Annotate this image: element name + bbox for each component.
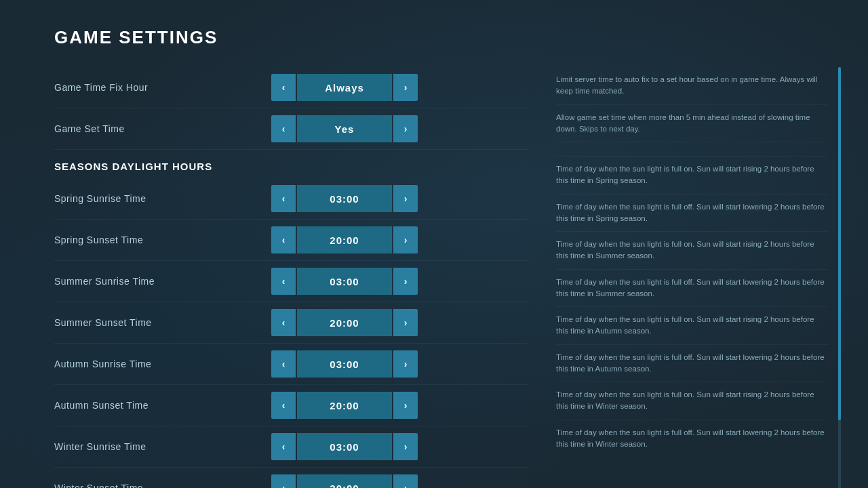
- descriptions-panel: Limit server time to auto fix to a set h…: [529, 67, 827, 488]
- desc-autumn-sunset: Time of day when the sun light is full o…: [556, 345, 827, 383]
- desc-spacer-header: [556, 142, 827, 157]
- control-group-game-set-time: ‹ Yes ›: [271, 115, 418, 142]
- setting-row-spring-sunrise: Spring Sunrise Time ‹ 03:00 ›: [54, 178, 529, 220]
- setting-label-winter-sunset: Winter Sunset Time: [54, 483, 271, 488]
- scrollbar-thumb[interactable]: [838, 67, 841, 420]
- seasons-section-header: SEASONS DAYLIGHT HOURS: [54, 150, 529, 178]
- winter-sunrise-left-btn[interactable]: ‹: [271, 433, 296, 460]
- winter-sunrise-value: 03:00: [297, 433, 392, 460]
- desc-game-time-fix: Limit server time to auto fix to a set h…: [556, 67, 827, 105]
- spring-sunset-right-btn[interactable]: ›: [393, 226, 418, 253]
- setting-row-autumn-sunrise: Autumn Sunrise Time ‹ 03:00 ›: [54, 344, 529, 385]
- game-time-fix-right-btn[interactable]: ›: [393, 74, 418, 101]
- control-group-game-time-fix: ‹ Always ›: [271, 74, 418, 101]
- spring-sunset-left-btn[interactable]: ‹: [271, 226, 296, 253]
- autumn-sunset-value: 20:00: [297, 392, 392, 419]
- spring-sunrise-right-btn[interactable]: ›: [393, 185, 418, 212]
- page-title: GAME SETTINGS: [54, 27, 827, 48]
- game-set-time-value: Yes: [297, 115, 392, 142]
- summer-sunset-right-btn[interactable]: ›: [393, 309, 418, 336]
- desc-winter-sunrise: Time of day when the sun light is full o…: [556, 382, 827, 420]
- control-group-summer-sunrise: ‹ 03:00 ›: [271, 268, 418, 295]
- autumn-sunrise-value: 03:00: [297, 350, 392, 378]
- seasons-header-text: SEASONS DAYLIGHT HOURS: [54, 161, 212, 172]
- summer-sunset-value: 20:00: [297, 309, 392, 336]
- autumn-sunset-right-btn[interactable]: ›: [393, 392, 418, 419]
- control-group-spring-sunset: ‹ 20:00 ›: [271, 226, 418, 253]
- scrollbar-track[interactable]: [838, 67, 841, 488]
- settings-container: Game Time Fix Hour ‹ Always › Game Set T…: [54, 67, 827, 488]
- winter-sunset-left-btn[interactable]: ‹: [271, 474, 296, 488]
- spring-sunset-value: 20:00: [297, 226, 392, 253]
- desc-autumn-sunrise: Time of day when the sun light is full o…: [556, 307, 827, 345]
- summer-sunrise-left-btn[interactable]: ‹: [271, 268, 296, 295]
- desc-summer-sunrise: Time of day when the sun light is full o…: [556, 232, 827, 270]
- winter-sunset-value: 20:00: [297, 474, 392, 488]
- game-settings-page: GAME SETTINGS Game Time Fix Hour ‹ Alway…: [0, 0, 868, 488]
- setting-label-spring-sunrise: Spring Sunrise Time: [54, 193, 271, 204]
- setting-row-summer-sunset: Summer Sunset Time ‹ 20:00 ›: [54, 302, 529, 344]
- desc-summer-sunset: Time of day when the sun light is full o…: [556, 270, 827, 308]
- summer-sunset-left-btn[interactable]: ‹: [271, 309, 296, 336]
- control-group-autumn-sunrise: ‹ 03:00 ›: [271, 350, 418, 378]
- control-group-summer-sunset: ‹ 20:00 ›: [271, 309, 418, 336]
- setting-label-summer-sunset: Summer Sunset Time: [54, 317, 271, 328]
- game-time-fix-left-btn[interactable]: ‹: [271, 74, 296, 101]
- winter-sunrise-right-btn[interactable]: ›: [393, 433, 418, 460]
- setting-label-autumn-sunrise: Autumn Sunrise Time: [54, 359, 271, 369]
- setting-row-winter-sunset: Winter Sunset Time ‹ 20:00 ›: [54, 468, 529, 488]
- desc-spring-sunset: Time of day when the sun light is full o…: [556, 195, 827, 232]
- winter-sunset-right-btn[interactable]: ›: [393, 474, 418, 488]
- autumn-sunrise-right-btn[interactable]: ›: [393, 350, 418, 378]
- control-group-winter-sunrise: ‹ 03:00 ›: [271, 433, 418, 460]
- autumn-sunrise-left-btn[interactable]: ‹: [271, 350, 296, 378]
- setting-row-game-set-time: Game Set Time ‹ Yes ›: [54, 108, 529, 150]
- setting-label-summer-sunrise: Summer Sunrise Time: [54, 276, 271, 287]
- summer-sunrise-right-btn[interactable]: ›: [393, 268, 418, 295]
- setting-label-autumn-sunset: Autumn Sunset Time: [54, 400, 271, 411]
- game-set-time-right-btn[interactable]: ›: [393, 115, 418, 142]
- setting-row-winter-sunrise: Winter Sunrise Time ‹ 03:00 ›: [54, 426, 529, 468]
- control-group-spring-sunrise: ‹ 03:00 ›: [271, 185, 418, 212]
- setting-label-spring-sunset: Spring Sunset Time: [54, 235, 271, 245]
- setting-row-autumn-sunset: Autumn Sunset Time ‹ 20:00 ›: [54, 385, 529, 426]
- spring-sunrise-value: 03:00: [297, 185, 392, 212]
- autumn-sunset-left-btn[interactable]: ‹: [271, 392, 296, 419]
- game-set-time-left-btn[interactable]: ‹: [271, 115, 296, 142]
- setting-label-winter-sunrise: Winter Sunrise Time: [54, 441, 271, 452]
- game-time-fix-value: Always: [297, 74, 392, 101]
- control-group-autumn-sunset: ‹ 20:00 ›: [271, 392, 418, 419]
- control-group-winter-sunset: ‹ 20:00 ›: [271, 474, 418, 488]
- desc-spring-sunrise: Time of day when the sun light is full o…: [556, 157, 827, 195]
- settings-list: Game Time Fix Hour ‹ Always › Game Set T…: [54, 67, 529, 488]
- setting-row-spring-sunset: Spring Sunset Time ‹ 20:00 ›: [54, 220, 529, 261]
- setting-row-game-time-fix: Game Time Fix Hour ‹ Always ›: [54, 67, 529, 108]
- setting-label-game-set-time: Game Set Time: [54, 123, 271, 134]
- spring-sunrise-left-btn[interactable]: ‹: [271, 185, 296, 212]
- desc-game-set-time: Allow game set time when more than 5 min…: [556, 105, 827, 143]
- summer-sunrise-value: 03:00: [297, 268, 392, 295]
- setting-label-game-time-fix: Game Time Fix Hour: [54, 82, 271, 93]
- desc-winter-sunset: Time of day when the sun light is full o…: [556, 420, 827, 458]
- setting-row-summer-sunrise: Summer Sunrise Time ‹ 03:00 ›: [54, 261, 529, 302]
